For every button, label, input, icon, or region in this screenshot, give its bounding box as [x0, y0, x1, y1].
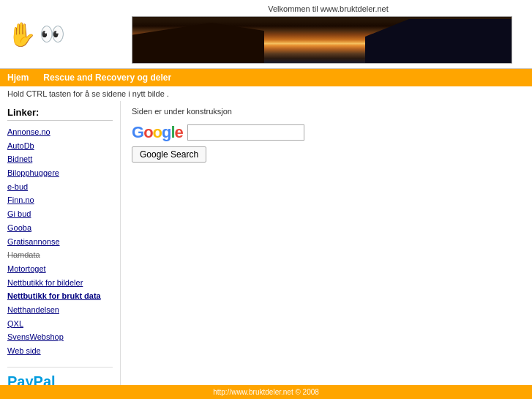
sidebar-link[interactable]: Motortoget — [7, 262, 113, 276]
links-header: Linker: — [7, 107, 113, 121]
sidebar-links: Annonse.noAutoDbBidnettBilopphuggeree-bu… — [7, 125, 113, 358]
google-logo-row: Google — [132, 123, 304, 142]
google-widget: Google Google Search — [132, 123, 521, 163]
main-layout: Linker: Annonse.noAutoDbBidnettBilopphug… — [0, 101, 532, 396]
sidebar-link[interactable]: Bilopphuggere — [7, 166, 113, 180]
sidebar-link[interactable]: Annonse.no — [7, 125, 113, 139]
logo-area: ✋ 👀 — [7, 20, 124, 48]
sidebar-link[interactable]: SvensWebshop — [7, 330, 113, 344]
footer-url: http://www.bruktdeler.net © 2008 — [213, 388, 319, 396]
sidebar-link[interactable]: Nettbutikk for bildeler — [7, 276, 113, 290]
top-bar: ✋ 👀 Velkommen til www.bruktdeler.net — [0, 0, 532, 69]
ctrl-hint: Hold CTRL tasten for å se sidene i nytt … — [0, 86, 532, 101]
google-search-button[interactable]: Google Search — [132, 146, 206, 163]
nav-item-hjem[interactable]: Hjem — [7, 72, 29, 83]
footer: http://www.bruktdeler.net © 2008 — [0, 385, 532, 399]
hand-left-icon: ✋ — [7, 20, 37, 48]
sidebar-link[interactable]: Bidnett — [7, 152, 113, 166]
sidebar-link[interactable]: AutoDb — [7, 139, 113, 153]
sidebar: Linker: Annonse.noAutoDbBidnettBilopphug… — [0, 101, 121, 396]
nav-bar: Hjem Rescue and Recovery og deler — [0, 69, 532, 86]
google-logo: Google — [132, 123, 183, 142]
sidebar-link[interactable]: e-bud — [7, 180, 113, 194]
content-area: Siden er under konstruksjon Google Googl… — [121, 101, 532, 396]
google-search-input[interactable] — [187, 124, 304, 141]
sidebar-link[interactable]: Hamdata — [7, 248, 113, 262]
sidebar-link[interactable]: Gratisannonse — [7, 235, 113, 249]
hand-right-icon: 👀 — [40, 22, 65, 46]
sidebar-link[interactable]: Web side — [7, 344, 113, 358]
header-right: Velkommen til www.bruktdeler.net — [124, 4, 525, 64]
sidebar-link[interactable]: Gooba — [7, 221, 113, 235]
sidebar-link[interactable]: Nettbutikk for brukt data — [7, 289, 113, 303]
welcome-text: Velkommen til www.bruktdeler.net — [268, 4, 388, 13]
header-image — [132, 16, 512, 64]
sidebar-link[interactable]: QXL — [7, 317, 113, 331]
nav-item-rescue[interactable]: Rescue and Recovery og deler — [43, 72, 171, 83]
sidebar-link[interactable]: Gi bud — [7, 207, 113, 221]
under-construction: Siden er under konstruksjon — [132, 107, 521, 116]
sidebar-link[interactable]: Netthandelsen — [7, 303, 113, 317]
sidebar-link[interactable]: Finn.no — [7, 193, 113, 207]
